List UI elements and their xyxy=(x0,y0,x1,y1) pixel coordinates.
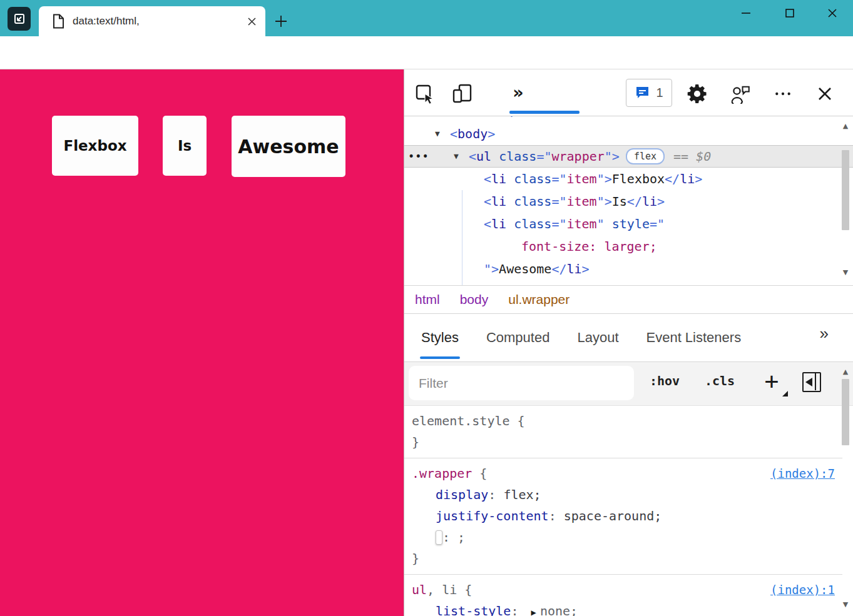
dom-node-head[interactable]: <head> </head> xyxy=(404,116,853,123)
new-style-rule-dropdown-corner xyxy=(782,391,788,396)
css-property-value[interactable]: flex; xyxy=(503,487,541,502)
code-token xyxy=(491,149,499,164)
devtools-sidebar-tabs: StylesComputedLayoutEvent Listeners» xyxy=(404,313,853,362)
flex-item-label: Flexbox xyxy=(63,138,126,154)
toggle-hover-state-button[interactable]: :hov xyxy=(650,373,680,388)
css-property-line[interactable]: justify-content: space-around; xyxy=(412,505,835,527)
rule-selector-line[interactable]: element.style { xyxy=(412,410,835,432)
code-token: > xyxy=(657,194,665,209)
code-token: =" xyxy=(536,149,551,164)
rule-selector: ul, li { xyxy=(412,579,472,600)
dom-node-body[interactable]: ▼<body> xyxy=(404,123,853,145)
tree-indent-guide xyxy=(462,190,462,285)
css-property-name[interactable]: list-style xyxy=(436,603,511,616)
code-token: li xyxy=(491,171,506,186)
active-tab-indicator xyxy=(509,111,580,114)
styles-filter-input[interactable] xyxy=(409,366,634,400)
code-token: class xyxy=(514,194,551,209)
expand-arrow-icon[interactable]: ▼ xyxy=(454,146,459,167)
styles-scroll-down-icon[interactable]: ▼ xyxy=(840,600,850,608)
code-token: < xyxy=(450,126,457,141)
style-rule-wrapper-rule: .wrapper {(index):7display: flex;justify… xyxy=(404,458,842,575)
css-property-name[interactable]: justify-content xyxy=(436,508,549,523)
devtools-close-icon[interactable] xyxy=(812,81,837,106)
code-token: </ xyxy=(551,261,566,276)
code-token: body xyxy=(457,126,488,141)
page-viewport: FlexboxIsAwesome xyxy=(0,69,404,616)
property-edit-caret[interactable] xyxy=(436,530,442,545)
rule-selector-line[interactable]: .wrapper {(index):7 xyxy=(412,463,835,484)
css-property-line[interactable]: list-style: ▶none; xyxy=(412,600,835,616)
styles-scroll-up-icon[interactable]: ▲ xyxy=(840,368,850,376)
code-token: class xyxy=(499,149,536,164)
flex-item-label: Is xyxy=(178,138,192,154)
more-sidebar-tabs-icon[interactable]: » xyxy=(820,324,829,343)
tree-scroll-up-icon[interactable]: ▲ xyxy=(840,122,850,130)
breadcrumb-item-html[interactable]: html xyxy=(415,292,440,307)
code-token: "> xyxy=(597,194,612,209)
code-token: =" xyxy=(551,216,566,231)
new-tab-button[interactable] xyxy=(272,12,290,31)
browser-tab[interactable]: data:text/html, xyxy=(39,6,265,36)
window-close-button[interactable] xyxy=(817,0,847,26)
tab-close-icon[interactable] xyxy=(247,17,257,26)
new-style-rule-button[interactable]: + xyxy=(759,367,785,396)
devtools-feedback-icon[interactable] xyxy=(727,81,752,106)
css-property-name[interactable]: display xyxy=(436,487,488,502)
code-token: > xyxy=(695,171,702,186)
dom-node-li-awesome-close[interactable]: ">Awesome</li> xyxy=(404,258,853,280)
window-maximize-button[interactable] xyxy=(775,0,805,26)
breadcrumb-item-ul-wrapper[interactable]: ul.wrapper xyxy=(508,292,570,307)
tab-computed[interactable]: Computed xyxy=(486,314,550,361)
code-token: item xyxy=(567,194,597,209)
toggle-classes-button[interactable]: .cls xyxy=(705,373,735,388)
code-token: head xyxy=(518,116,548,119)
stylesheet-source-link[interactable]: (index):1 xyxy=(770,579,835,600)
settings-gear-icon[interactable] xyxy=(685,81,710,106)
dom-node-li-is[interactable]: <li class="item">Is</li> xyxy=(404,190,853,213)
devtools-toolbar: » 1 xyxy=(404,69,853,116)
issues-counter-button[interactable]: 1 xyxy=(626,79,672,107)
code-token: Is xyxy=(612,194,627,209)
window-minimize-button[interactable] xyxy=(731,0,761,26)
code-token: Flexbox xyxy=(612,171,665,186)
devtools-menu-dots-icon[interactable] xyxy=(770,81,795,106)
issues-count: 1 xyxy=(656,86,663,100)
dom-node-li-awesome-style[interactable]: font-size: larger; xyxy=(404,235,853,258)
tree-scrollbar-thumb[interactable] xyxy=(842,150,849,230)
flex-badge[interactable]: flex xyxy=(626,148,665,164)
node-more-dots-icon[interactable]: ••• xyxy=(408,146,429,167)
css-property-value[interactable]: none; xyxy=(540,603,578,616)
issues-chat-icon xyxy=(635,85,650,101)
css-colon: : xyxy=(549,508,564,523)
code-token: < xyxy=(469,149,476,164)
styles-scrollbar-thumb[interactable] xyxy=(842,379,849,445)
dom-node-li-flexbox[interactable]: <li class="item">Flexbox</li> xyxy=(404,168,853,190)
edge-workspace-icon[interactable] xyxy=(8,7,31,31)
css-property-line[interactable]: : ; xyxy=(412,527,835,548)
toggle-sidebar-icon[interactable] xyxy=(802,372,821,392)
code-token: > xyxy=(548,116,556,119)
tab-styles[interactable]: Styles xyxy=(421,314,459,361)
address-bar: Not secure | data:text/html, Not syncing xyxy=(0,36,853,69)
inspect-element-icon[interactable] xyxy=(412,81,437,106)
code-token: class xyxy=(514,216,551,231)
expand-value-arrow-icon[interactable]: ▶ xyxy=(531,607,536,616)
expand-arrow-icon[interactable]: ▼ xyxy=(435,123,440,145)
dom-node-li-awesome-open[interactable]: <li class="item" style=" xyxy=(404,213,853,235)
tab-event-listeners[interactable]: Event Listeners xyxy=(646,314,742,361)
css-property-line[interactable]: display: flex; xyxy=(412,484,835,505)
rule-selector: element.style { xyxy=(412,410,525,432)
code-token: Awesome xyxy=(499,261,551,276)
more-tabs-chevron-icon[interactable]: » xyxy=(506,79,531,104)
stylesheet-source-link[interactable]: (index):7 xyxy=(770,463,835,484)
device-toolbar-icon[interactable] xyxy=(450,81,475,106)
dom-node-ul-wrapper[interactable]: •••▼<ul class="wrapper">flex== $0 xyxy=(404,145,853,168)
breadcrumb-item-body[interactable]: body xyxy=(460,292,489,307)
tab-layout[interactable]: Layout xyxy=(577,314,618,361)
tree-scroll-down-icon[interactable]: ▼ xyxy=(840,268,850,276)
flex-item-is: Is xyxy=(163,116,207,176)
rule-selector-line[interactable]: ul, li {(index):1 xyxy=(412,579,835,600)
code-token: wrapper xyxy=(552,149,605,164)
css-property-value[interactable]: space-around; xyxy=(564,508,662,523)
